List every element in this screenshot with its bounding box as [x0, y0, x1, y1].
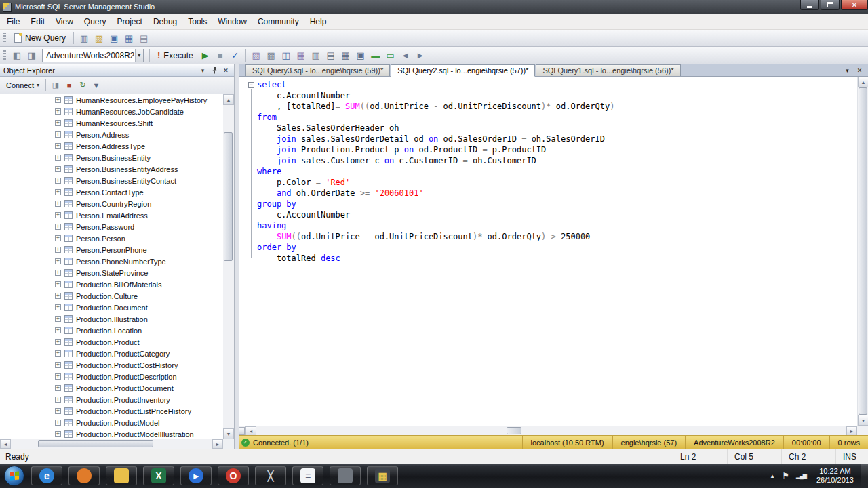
tree-item[interactable]: +Person.EmailAddress — [0, 209, 223, 221]
expand-icon[interactable]: + — [55, 189, 61, 195]
taskbar-clock[interactable]: 10:22 AM 26/10/2013 — [810, 467, 861, 485]
tree-item[interactable]: +Production.ProductDocument — [0, 382, 223, 394]
expand-icon[interactable]: + — [55, 155, 61, 161]
code-line[interactable]: join Production.Product p on od.ProductI… — [257, 144, 857, 155]
connect-icon[interactable]: ◧ — [9, 49, 24, 62]
code-line[interactable]: totalRed desc — [257, 253, 857, 264]
tree-item[interactable]: +Person.ContactType — [0, 186, 223, 198]
code-area[interactable]: − select c.AccountNumber , [totalRed]= S… — [239, 77, 857, 426]
close-button[interactable]: ✕ — [841, 0, 868, 10]
taskbar-button[interactable]: ▸ — [180, 466, 212, 485]
code-line[interactable]: group by — [257, 199, 857, 209]
tree-item[interactable]: +Person.BusinessEntity — [0, 152, 223, 163]
close-document-icon[interactable]: ✕ — [854, 66, 865, 75]
stop-icon[interactable]: ■ — [213, 49, 228, 62]
expand-icon[interactable]: + — [55, 396, 61, 403]
tree-item[interactable]: +Production.Culture — [0, 290, 223, 302]
expand-icon[interactable]: + — [55, 316, 61, 322]
tree-item[interactable]: +Person.StateProvince — [0, 267, 223, 279]
scroll-down-icon[interactable]: ▼ — [223, 428, 234, 439]
code-line[interactable]: , [totalRed]= SUM((od.UnitPrice - od.Uni… — [257, 101, 857, 112]
expand-icon[interactable]: + — [55, 350, 61, 357]
execute-button[interactable]: ! Execute — [153, 49, 198, 62]
expand-icon[interactable]: + — [55, 281, 61, 287]
expand-icon[interactable]: + — [55, 362, 61, 368]
expand-icon[interactable]: + — [55, 270, 61, 276]
tree-item[interactable]: +Person.BusinessEntityContact — [0, 175, 223, 186]
query-options-icon[interactable]: ▩ — [264, 49, 279, 62]
code-line[interactable]: where — [257, 166, 857, 177]
expand-icon[interactable]: + — [55, 178, 61, 184]
network-icon[interactable]: ▂▄▆ — [796, 473, 806, 479]
tree-item[interactable]: +Production.ProductDescription — [0, 371, 223, 382]
scrollbar-thumb[interactable] — [224, 132, 233, 261]
document-tab[interactable]: SQLQuery2.sql - lo...engie\hqrsie (57))* — [391, 64, 535, 77]
object-explorer-vscrollbar[interactable]: ▲ ▼ — [223, 94, 234, 439]
save-all-icon[interactable]: ▦ — [121, 31, 136, 45]
tree-item[interactable]: +Person.CountryRegion — [0, 198, 223, 209]
expand-icon[interactable]: + — [55, 97, 61, 103]
expand-icon[interactable]: + — [55, 304, 61, 310]
menu-debug[interactable]: Debug — [148, 14, 182, 29]
split-handle[interactable] — [239, 427, 245, 435]
auto-hide-pin-icon[interactable] — [210, 66, 219, 75]
menu-community[interactable]: Community — [252, 14, 304, 29]
tree-item[interactable]: +Production.ProductCostHistory — [0, 359, 223, 371]
start-button[interactable] — [4, 466, 24, 486]
menu-project[interactable]: Project — [112, 14, 148, 29]
tree-item[interactable]: +Production.Product — [0, 336, 223, 348]
tree-item[interactable]: +Production.ProductInventory — [0, 394, 223, 405]
expand-icon[interactable]: + — [55, 108, 61, 115]
tree-item[interactable]: +Production.ProductModel — [0, 417, 223, 428]
expand-icon[interactable]: + — [55, 420, 61, 426]
toolbar-grip[interactable] — [3, 50, 6, 61]
print-icon[interactable]: ▤ — [136, 31, 151, 45]
chevron-down-icon[interactable]: ▼ — [135, 49, 143, 62]
minimize-button[interactable] — [800, 0, 819, 10]
document-tab[interactable]: SQLQuery1.sql - lo...engie\hqrsie (56))* — [536, 64, 680, 76]
taskbar-button[interactable]: O — [218, 466, 249, 485]
expand-icon[interactable]: + — [55, 166, 61, 172]
code-line[interactable]: c.AccountNumber — [257, 90, 857, 101]
scroll-up-icon[interactable]: ▲ — [223, 94, 234, 105]
increase-indent-icon[interactable]: ► — [413, 49, 428, 62]
disconnect-icon[interactable]: ◨ — [49, 79, 62, 92]
results-to-file-icon[interactable]: ▣ — [353, 49, 368, 62]
scroll-down-icon[interactable]: ▼ — [858, 415, 868, 426]
estimated-plan-icon[interactable]: ▧ — [249, 49, 264, 62]
action-center-flag-icon[interactable]: ⚑ — [782, 471, 789, 481]
filter-icon[interactable]: ▼ — [90, 79, 103, 92]
tree-item[interactable]: +Production.ProductModelIllustration — [0, 428, 223, 439]
active-files-icon[interactable]: ▾ — [842, 66, 852, 75]
expand-icon[interactable]: + — [55, 247, 61, 253]
decrease-indent-icon[interactable]: ◄ — [398, 49, 413, 62]
object-explorer-header[interactable]: Object Explorer ▾ ✕ — [0, 64, 234, 77]
title-bar[interactable]: Microsoft SQL Server Management Studio ✕ — [0, 0, 868, 14]
expand-icon[interactable]: + — [55, 201, 61, 207]
tree-item[interactable]: +Person.BusinessEntityAddress — [0, 163, 223, 175]
menu-edit[interactable]: Edit — [25, 14, 50, 29]
close-panel-icon[interactable]: ✕ — [221, 66, 231, 75]
expand-icon[interactable]: + — [55, 212, 61, 218]
maximize-button[interactable] — [821, 0, 840, 10]
code-line[interactable]: Sales.SalesOrderHeader oh — [257, 123, 857, 134]
expand-icon[interactable]: + — [55, 131, 61, 138]
code-line[interactable]: join sales.Customer c on c.CustomerID = … — [257, 155, 857, 166]
scrollbar-thumb[interactable] — [507, 427, 521, 434]
taskbar-button[interactable]: ╳ — [255, 466, 286, 485]
debug-icon[interactable]: ▶ — [198, 49, 213, 62]
tree-item[interactable]: +Production.Document — [0, 302, 223, 313]
code-line[interactable]: SUM((od.UnitPrice - od.UnitPriceDiscount… — [257, 231, 857, 242]
code-line[interactable]: select — [257, 79, 857, 90]
toolbar-grip[interactable] — [3, 33, 6, 43]
tree-item[interactable]: +Production.ProductListPriceHistory — [0, 405, 223, 417]
change-connection-icon[interactable]: ◨ — [24, 49, 39, 62]
show-desktop-button[interactable] — [861, 464, 868, 488]
connect-button[interactable]: Connect ▾ — [3, 80, 43, 91]
client-statistics-icon[interactable]: ▥ — [309, 49, 323, 62]
code-line[interactable]: order by — [257, 242, 857, 253]
expand-icon[interactable]: + — [55, 339, 61, 345]
code-line[interactable]: having — [257, 220, 857, 231]
intellisense-icon[interactable]: ◫ — [279, 49, 294, 62]
menu-help[interactable]: Help — [304, 14, 332, 29]
